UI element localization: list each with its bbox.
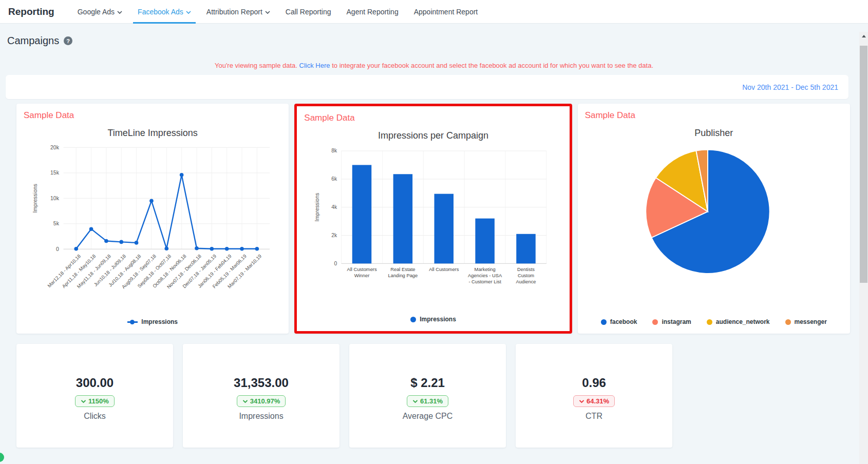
tab-label: Appointment Report [414,8,478,16]
legend-item-facebook[interactable]: facebook [601,318,637,325]
bar-real-estate-landing-page[interactable] [393,174,413,263]
stat-change-value: 3410.97% [250,397,280,405]
data-point[interactable] [119,240,123,244]
sample-data-label: Sample Data [24,110,281,121]
bar-dentists-custom-audience[interactable] [517,234,536,264]
y-axis-tick: 2k [332,233,338,238]
chevron-down-icon [242,399,248,403]
stat-value: 300.00 [16,376,173,390]
data-point[interactable] [210,247,214,251]
click-here-link[interactable]: Click Here [299,62,330,69]
data-point[interactable] [240,247,244,251]
campaign-chart-canvas[interactable]: 02k4k6k8kImpressionsAll CustomersWinnerR… [304,143,562,313]
tab-label: Call Reporting [286,8,331,16]
legend-label: audience_network [716,318,770,325]
x-axis-label: Landing Page [388,273,418,278]
timeline-chart-title: TimeLine Impressions [24,127,281,139]
stat-value: 0.96 [516,376,672,390]
y-axis-tick: 6k [332,176,338,182]
y-axis-label: Impressions [32,184,38,212]
stat-label: Impressions [183,412,339,421]
tab-agent-reporting[interactable]: Agent Reporting [339,0,406,23]
y-axis-tick: 8k [332,148,338,153]
bar-all-customers-winner[interactable] [352,165,372,263]
scrollbar-thumb[interactable] [860,46,867,283]
stat-card-clicks: 300.001150%Clicks [16,344,173,448]
data-point[interactable] [149,199,154,203]
y-axis-tick: 20k [50,145,60,150]
notice-prefix: You're viewing sample data. [215,62,297,69]
tab-call-reporting[interactable]: Call Reporting [278,0,339,23]
campaign-chart-title: Impressions per Campaign [304,130,562,141]
impressions-per-campaign-card: Sample Data Impressions per Campaign 02k… [294,104,572,334]
legend-item-impressions[interactable]: Impressions [127,318,178,325]
legend-label: instagram [662,318,691,325]
tab-facebook-ads[interactable]: Facebook Ads [130,0,199,23]
filter-toolbar: Nov 20th 2021 - Dec 5th 2021 [6,75,848,99]
data-point[interactable] [104,239,108,243]
y-axis-tick: 0 [334,261,337,266]
tab-google-ads[interactable]: Google Ads [70,0,130,23]
data-point[interactable] [195,246,199,250]
stat-value: 31,353.00 [183,376,339,390]
stat-card-impressions: 31,353.003410.97%Impressions [183,344,339,448]
legend-item-instagram[interactable]: instagram [652,318,691,325]
stats-row: 300.001150%Clicks31,353.003410.97%Impres… [16,344,868,448]
bar-all-customers[interactable] [435,194,454,264]
tab-appointment-report[interactable]: Appointment Report [406,0,486,23]
data-point[interactable] [180,173,184,177]
data-point[interactable] [135,241,139,245]
publisher-chart-area [585,141,843,318]
stat-change-badge: 64.31% [573,395,615,407]
publisher-chart-legend: facebookinstagramaudience_networkmesseng… [585,318,843,327]
y-axis-tick: 15k [50,170,60,176]
pie-series-marker-icon [707,319,712,325]
y-axis-label: Impressions [315,193,320,222]
app-title: Reporting [8,6,54,17]
publisher-chart-title: Publisher [585,127,843,139]
legend-label: messenger [795,318,827,325]
y-axis-tick: 4k [332,204,338,210]
legend-item-messenger[interactable]: messenger [785,318,827,325]
timeline-impressions-card: Sample Data TimeLine Impressions 05k10k1… [16,104,289,334]
tab-attribution-report[interactable]: Attribution Report [199,0,278,23]
scroll-up-button[interactable] [859,32,868,41]
chevron-down-icon [186,11,191,14]
stat-change-badge: 1150% [75,395,115,407]
chevron-down-icon [117,11,122,14]
data-point[interactable] [164,246,168,250]
sample-data-label: Sample Data [585,110,843,121]
bar-marketing-agencies-usa-customer-list[interactable] [476,219,495,264]
stat-change-value: 1150% [88,397,109,405]
pie-series-marker-icon [785,319,791,325]
data-point[interactable] [89,227,93,231]
y-axis-tick: 5k [53,221,60,226]
sample-data-label: Sample Data [304,112,562,124]
scroll-up-arrow-icon [862,35,866,37]
nav-tabs: Google AdsFacebook AdsAttribution Report… [70,0,486,23]
legend-label: Impressions [420,316,456,323]
timeline-chart-canvas[interactable]: 05k10k15k20kImpressionsMar12,18 - Apr10,… [24,141,281,313]
publisher-chart-canvas[interactable] [585,141,843,291]
legend-item-audience-network[interactable]: audience_network [707,318,770,325]
tab-label: Agent Reporting [347,8,399,16]
scrollbar[interactable] [859,32,868,464]
x-axis-label: Dentists [517,267,535,272]
stat-change-value: 61.31% [420,397,443,405]
help-icon[interactable]: ? [64,36,72,45]
pie-series-marker-icon [652,319,658,325]
chevron-down-icon [579,399,584,403]
date-range-picker[interactable]: Nov 20th 2021 - Dec 5th 2021 [742,83,838,91]
chat-widget-dot[interactable] [0,453,4,462]
timeline-chart-legend: Impressions [24,318,281,327]
tab-label: Attribution Report [206,8,262,16]
stat-value: $ 2.21 [349,376,506,390]
tab-label: Facebook Ads [138,8,183,16]
data-point[interactable] [255,247,259,251]
x-axis-label: Custom [518,273,534,278]
campaign-chart-legend: Impressions [304,316,562,325]
stat-label: Clicks [16,412,173,421]
data-point[interactable] [225,247,229,251]
data-point[interactable] [74,247,78,251]
legend-item-impressions[interactable]: Impressions [410,316,456,323]
